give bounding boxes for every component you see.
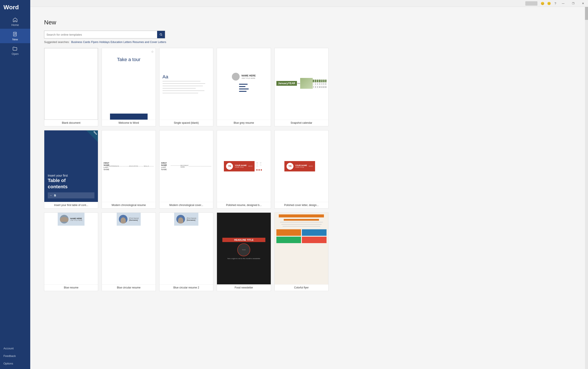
template-tour[interactable]: Take a tour → ☆ Welcome to Word (102, 48, 156, 126)
tour-bar: → (110, 113, 147, 120)
sc-11: 10 (319, 86, 321, 88)
template-single-spaced-label: Single spaced (blank) (159, 120, 213, 126)
snap-sat: Sa (325, 80, 326, 82)
resume-name: NAME HERE (242, 74, 256, 77)
suggested-holidays[interactable]: Holidays (99, 41, 110, 44)
flyer-g1 (276, 229, 301, 236)
ss-line2 (162, 83, 205, 84)
sidebar-item-feedback[interactable]: Feedback (0, 352, 30, 360)
mc-firstname: FIRST NAME LAST NAME (161, 162, 170, 171)
sc-9: 8 (315, 86, 316, 88)
maximize-button[interactable]: ❐ (568, 0, 578, 7)
tour-thumb: Take a tour → (102, 48, 155, 120)
single-spaced-thumb: Aa (159, 48, 213, 120)
sc-10: 9 (317, 86, 318, 88)
scrollbar-track[interactable] (585, 7, 588, 369)
template-toc[interactable]: New Insert your first Table ofcontents →… (44, 130, 98, 209)
mr-t2 (123, 166, 126, 166)
search-input[interactable] (44, 31, 157, 38)
scrollbar-thumb[interactable] (585, 7, 588, 20)
pol-name-block: YOUR NAME YOUR TITLE (235, 164, 247, 168)
pb5 (260, 162, 262, 163)
snap-image (300, 78, 313, 89)
smiley-icon[interactable]: 😊 (540, 1, 545, 6)
modern-cover-thumb: FIRST NAME LAST NAME RECIPIENT NAME (159, 130, 213, 202)
ss-line6 (162, 93, 198, 93)
toc-bold-text: Table ofcontents (48, 178, 68, 189)
r-bar2 (239, 86, 245, 87)
sc-6: 5 (323, 83, 325, 85)
close-button[interactable]: ✕ (578, 0, 588, 7)
r-bar1 (239, 84, 248, 85)
pol-body (254, 160, 264, 172)
template-blue-circular-1[interactable]: [First Name] [Surname] Blue circul (102, 213, 156, 291)
orange-flyer-thumb (275, 213, 328, 284)
sc-8: 7 (313, 86, 314, 88)
flyer-g2 (302, 229, 326, 236)
suggested-education[interactable]: Education (111, 41, 123, 44)
template-modern-cover-label: Modern chronological cover... (159, 202, 213, 208)
pol-header: YN YOUR NAME YOUR TITLE MOO (224, 161, 254, 171)
bc2-fn: [First Name] (187, 217, 196, 219)
sc-3: 2 (317, 83, 318, 85)
template-polished-cover-label: Polished cover letter, design... (275, 202, 328, 208)
help-icon[interactable]: ? (553, 1, 558, 6)
template-orange-flyer-label: Colorful flyer (275, 284, 328, 291)
template-polished-resume[interactable]: YN YOUR NAME YOUR TITLE MOO (217, 130, 271, 209)
bc2-name-block: [First Name] [Surname] (187, 217, 196, 221)
suggested-label: Suggested searches: (44, 41, 69, 44)
resume-avatar (232, 73, 240, 81)
user-avatar[interactable] (525, 1, 537, 6)
mc-date (170, 165, 180, 166)
template-blank[interactable]: Blank document (44, 48, 98, 126)
bpr-name: NAME HERE (70, 217, 82, 220)
page-title: New (44, 19, 333, 26)
template-single-spaced[interactable]: Aa Single spaced (blank) (159, 48, 213, 126)
r-bar3 (239, 89, 249, 89)
suggested-cards[interactable]: Cards (83, 41, 90, 44)
suggested-business[interactable]: Business (71, 41, 82, 44)
template-food-newsletter[interactable]: HEADLINE TITLE food Not a sight to roll … (217, 213, 271, 291)
template-polished-cover[interactable]: YN YOUR NAME YOUR TITLE MOO (274, 130, 328, 209)
suggested-letters[interactable]: Letters (123, 41, 132, 44)
sidebar-item-account[interactable]: Account (0, 345, 30, 352)
window-controls: — ❐ ✕ (558, 0, 588, 7)
food-circle-img: food (237, 243, 250, 256)
sidebar-item-options[interactable]: Options (0, 360, 30, 367)
template-blue-photo-resume[interactable]: NAME HERE JOB TITLE HERE Blue resu (44, 213, 98, 291)
sc-7: 6 (325, 83, 326, 85)
sidebar: Word Home New Open Account Feedback Opti… (0, 0, 30, 369)
frown-icon[interactable]: 🙁 (546, 1, 552, 6)
open-folder-icon (12, 46, 18, 51)
sidebar-item-open[interactable]: Open (0, 43, 30, 58)
template-snapshot-calendar[interactable]: January YEAR Title Su Mo Tu We Th Fr (274, 48, 328, 126)
template-blank-label: Blank document (44, 120, 98, 126)
template-orange-flyer[interactable]: Colorful flyer (274, 213, 328, 291)
sc-5: 4 (321, 83, 323, 85)
template-blue-grey-resume[interactable]: NAME HERE JOB TITLE HERE (217, 48, 271, 126)
bc1-ln: [Surname] (129, 219, 139, 221)
sidebar-item-home[interactable]: Home (0, 14, 30, 29)
sidebar-home-label: Home (11, 23, 19, 27)
suggested-resumes[interactable]: Resumes and Cover Letters (132, 41, 166, 44)
suggested-searches: Suggested searches: Business Cards Flyer… (44, 41, 333, 44)
template-modern-resume[interactable]: FIRST NAME LAST NAME EXPERIENCE EDUCATIO… (102, 130, 156, 209)
search-button[interactable] (157, 31, 165, 38)
bc2-body (185, 226, 188, 284)
pb3 (256, 165, 258, 166)
suggested-flyers[interactable]: Flyers (91, 41, 99, 44)
pol-cover-header: YN YOUR NAME YOUR TITLE MOO (284, 161, 315, 171)
snap-sun: Su (313, 80, 314, 82)
template-modern-cover[interactable]: FIRST NAME LAST NAME RECIPIENT NAME (159, 130, 213, 209)
minimize-button[interactable]: — (558, 0, 568, 7)
new-doc-icon (12, 32, 18, 37)
sidebar-item-new[interactable]: New (0, 29, 30, 43)
resume-header: NAME HERE JOB TITLE HERE (232, 73, 256, 81)
flyer-l1 (280, 222, 323, 222)
bc2-avatar (176, 215, 185, 224)
mc-lastname: LAST NAME (161, 166, 167, 171)
snap-tue: Tu (317, 80, 318, 82)
template-grid: Blank document Take a tour → ☆ Welcome t… (44, 48, 333, 291)
template-blue-circular-2[interactable]: [First Name] [Surname] Blue circul (159, 213, 213, 291)
bc2-header: [First Name] [Surname] (174, 213, 198, 226)
